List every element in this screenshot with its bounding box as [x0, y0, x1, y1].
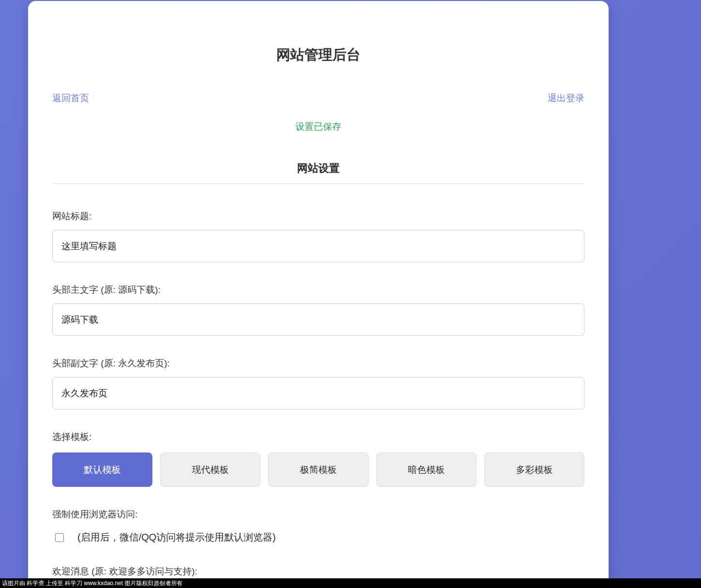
template-option-dark[interactable]: 暗色模板 — [376, 452, 477, 487]
admin-panel-card: 网站管理后台 返回首页 退出登录 设置已保存 网站设置 网站标题: 头部主文字 … — [28, 1, 609, 588]
page-title: 网站管理后台 — [52, 1, 584, 65]
welcome-label: 欢迎消息 (原: 欢迎多多访问与支持): — [52, 565, 584, 578]
force-browser-hint: (启用后，微信/QQ访问将提示使用默认浏览器) — [77, 531, 276, 544]
settings-saved-message: 设置已保存 — [52, 121, 584, 133]
template-options-row: 默认模板 现代模板 极简模板 暗色模板 多彩模板 — [52, 452, 584, 487]
nav-row: 返回首页 退出登录 — [52, 92, 584, 105]
header-main-group: 头部主文字 (原: 源码下载): — [52, 284, 584, 336]
force-browser-group: 强制使用浏览器访问: (启用后，微信/QQ访问将提示使用默认浏览器) — [52, 508, 584, 544]
template-option-colorful[interactable]: 多彩模板 — [484, 452, 584, 487]
header-main-input[interactable] — [52, 303, 584, 336]
force-browser-checkbox[interactable] — [55, 533, 64, 542]
template-option-default[interactable]: 默认模板 — [52, 452, 152, 487]
header-sub-group: 头部副文字 (原: 永久发布页): — [52, 357, 584, 409]
section-heading: 网站设置 — [52, 161, 584, 184]
watermark-bar: 该图片由 科学查 上传至 科学刀 www.kxdao.net 图片版权归原创者所… — [0, 578, 701, 588]
site-title-group: 网站标题: — [52, 210, 584, 262]
welcome-group: 欢迎消息 (原: 欢迎多多访问与支持): — [52, 565, 584, 578]
site-title-input[interactable] — [52, 230, 584, 262]
header-sub-label: 头部副文字 (原: 永久发布页): — [52, 357, 584, 370]
force-browser-label: 强制使用浏览器访问: — [52, 508, 584, 521]
template-option-minimal[interactable]: 极简模板 — [268, 452, 368, 487]
back-home-link[interactable]: 返回首页 — [52, 92, 89, 105]
header-sub-input[interactable] — [52, 377, 584, 409]
template-group: 选择模板: 默认模板 现代模板 极简模板 暗色模板 多彩模板 — [52, 431, 584, 487]
site-title-label: 网站标题: — [52, 210, 584, 223]
header-main-label: 头部主文字 (原: 源码下载): — [52, 284, 584, 296]
force-browser-row: (启用后，微信/QQ访问将提示使用默认浏览器) — [52, 531, 584, 544]
template-option-modern[interactable]: 现代模板 — [160, 452, 260, 487]
logout-link[interactable]: 退出登录 — [548, 92, 584, 105]
template-label: 选择模板: — [52, 431, 584, 443]
